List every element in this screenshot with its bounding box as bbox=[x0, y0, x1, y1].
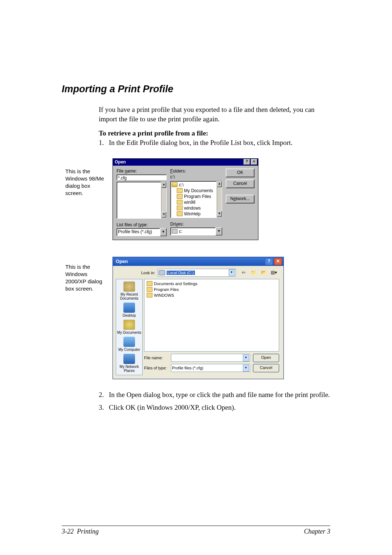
new-folder-icon[interactable]: 📂 bbox=[260, 269, 268, 277]
folder-tree[interactable]: c:\ My Documents Program Files win98 win… bbox=[170, 181, 217, 218]
step-2-number: 2. bbox=[99, 390, 109, 400]
filename-label: File name: bbox=[144, 356, 168, 360]
caption-line: screen. bbox=[65, 190, 113, 197]
place-my-documents[interactable]: My Documents bbox=[116, 319, 142, 335]
place-my-network[interactable]: My Network Places bbox=[116, 353, 142, 373]
procedure-subheading: To retrieve a print profile from a file: bbox=[99, 129, 330, 138]
lookin-value: Local Disk (C:) bbox=[167, 271, 195, 275]
chapter-label: Chapter 3 bbox=[304, 528, 330, 535]
chevron-down-icon[interactable]: ▼ bbox=[229, 269, 235, 276]
step-2: 2. In the Open dialog box, type or click… bbox=[99, 390, 330, 400]
folder-icon bbox=[177, 206, 183, 210]
filetype-value: Profile files (*.cfg) bbox=[117, 228, 160, 236]
open-dialog-win98: Open ? × File name: *.cfg ▲ bbox=[113, 158, 258, 240]
close-icon[interactable]: × bbox=[251, 159, 257, 165]
caption-line: Windows bbox=[65, 271, 113, 278]
folder-item[interactable]: win98 bbox=[177, 199, 215, 205]
list-item[interactable]: Documents and Settings bbox=[147, 281, 277, 287]
step-3-text: Click OK (in Windows 2000/XP, click Open… bbox=[109, 403, 330, 412]
my-network-icon bbox=[123, 354, 135, 364]
step-1-text: In the Edit Profile dialog box, in the P… bbox=[109, 138, 330, 147]
drive-icon bbox=[172, 229, 177, 234]
caption-line: dialog box bbox=[65, 182, 113, 190]
help-icon[interactable]: ? bbox=[244, 159, 250, 165]
open-dialog-winxp: Open ? ✕ Look in: Local Disk (C:) ▼ ⇦ 📁 bbox=[113, 257, 284, 379]
caption-line: 2000/XP dialog bbox=[65, 278, 113, 285]
folder-item[interactable]: My Documents bbox=[177, 188, 215, 194]
caption-winxp: This is the Windows 2000/XP dialog box s… bbox=[65, 257, 113, 293]
figure-winxp: This is the Windows 2000/XP dialog box s… bbox=[65, 257, 330, 379]
folder-icon bbox=[147, 293, 152, 297]
filename-input[interactable]: ▼ bbox=[171, 354, 250, 362]
up-folder-icon[interactable]: 📁 bbox=[250, 269, 258, 277]
scroll-up-icon[interactable]: ▲ bbox=[217, 181, 222, 187]
step-1: 1. In the Edit Profile dialog box, in th… bbox=[99, 138, 330, 147]
section-name: Printing bbox=[77, 528, 99, 535]
folders-label: Folders: bbox=[170, 169, 222, 174]
scrollbar[interactable]: ▲ ▼ bbox=[217, 181, 222, 217]
chevron-down-icon[interactable]: ▼ bbox=[160, 228, 167, 236]
close-icon[interactable]: ✕ bbox=[274, 258, 282, 265]
folder-icon bbox=[177, 188, 183, 193]
filetype-label: List files of type: bbox=[117, 222, 167, 227]
section-heading: Importing a Print Profile bbox=[62, 84, 330, 95]
ok-button[interactable]: OK bbox=[226, 169, 254, 177]
cancel-button[interactable]: Cancel bbox=[253, 364, 279, 372]
folder-root[interactable]: c:\ bbox=[172, 182, 215, 188]
desktop-icon bbox=[123, 303, 135, 313]
folder-item[interactable]: windows bbox=[177, 205, 215, 211]
page-number: 3-22 bbox=[62, 528, 74, 535]
file-list[interactable]: Documents and Settings Program Files WIN… bbox=[144, 279, 279, 352]
scroll-up-icon[interactable]: ▲ bbox=[162, 182, 166, 188]
place-my-computer[interactable]: My Computer bbox=[116, 336, 142, 352]
dialog-title: Open bbox=[116, 259, 128, 264]
place-desktop[interactable]: Desktop bbox=[116, 302, 142, 318]
filetype-combo[interactable]: Profile files (*.cfg) ▼ bbox=[117, 228, 167, 236]
folder-icon bbox=[177, 194, 183, 199]
scroll-down-icon[interactable]: ▼ bbox=[162, 212, 166, 218]
titlebar: Open ? × bbox=[113, 159, 258, 166]
filename-label: File name: bbox=[117, 169, 167, 174]
footer-rule bbox=[62, 526, 330, 526]
places-bar: My Recent Documents Desktop My Documents bbox=[116, 279, 143, 375]
recent-documents-icon bbox=[123, 281, 135, 292]
lookin-label: Look in: bbox=[141, 271, 155, 275]
folder-item[interactable]: Program Files bbox=[177, 194, 215, 199]
help-icon[interactable]: ? bbox=[265, 258, 273, 265]
place-recent[interactable]: My Recent Documents bbox=[116, 281, 142, 301]
chevron-down-icon[interactable]: ▼ bbox=[243, 365, 249, 372]
scrollbar[interactable]: ▲ ▼ bbox=[161, 182, 167, 218]
file-listbox[interactable] bbox=[117, 182, 161, 219]
caption-win98: This is the Windows 98/Me dialog box scr… bbox=[65, 158, 113, 197]
caption-line: box screen. bbox=[65, 285, 113, 292]
figure-win98: This is the Windows 98/Me dialog box scr… bbox=[65, 158, 330, 240]
filename-input[interactable]: *.cfg bbox=[117, 174, 167, 180]
titlebar: Open ? ✕ bbox=[113, 257, 283, 266]
chevron-down-icon[interactable]: ▼ bbox=[243, 355, 249, 361]
cancel-button[interactable]: Cancel bbox=[226, 179, 254, 188]
list-item[interactable]: WINDOWS bbox=[147, 292, 277, 298]
filetype-label: Files of type: bbox=[144, 366, 168, 370]
caption-line: Windows 98/Me bbox=[65, 175, 113, 182]
step-2-text: In the Open dialog box, type or click th… bbox=[109, 390, 330, 400]
caption-line: This is the bbox=[65, 263, 113, 271]
network-button[interactable]: Network... bbox=[226, 195, 254, 203]
lookin-combo[interactable]: Local Disk (C:) ▼ bbox=[158, 269, 236, 277]
filetype-value: Profile files (*.cfg) bbox=[172, 366, 203, 370]
step-3-number: 3. bbox=[99, 403, 109, 412]
folder-icon bbox=[177, 211, 183, 216]
folder-item[interactable]: WinHelp bbox=[177, 211, 215, 217]
list-item[interactable]: Program Files bbox=[147, 287, 277, 292]
scroll-down-icon[interactable]: ▼ bbox=[217, 211, 222, 217]
back-icon[interactable]: ⇦ bbox=[240, 269, 248, 277]
drives-combo[interactable]: c: ▼ bbox=[170, 227, 222, 235]
dialog-title: Open bbox=[115, 159, 126, 165]
folder-icon bbox=[147, 281, 152, 286]
my-computer-icon bbox=[123, 337, 135, 347]
filetype-combo[interactable]: Profile files (*.cfg) ▼ bbox=[171, 364, 250, 372]
chevron-down-icon[interactable]: ▼ bbox=[216, 227, 222, 235]
open-button[interactable]: Open bbox=[253, 354, 279, 362]
disk-icon bbox=[159, 270, 165, 275]
drives-value: c: bbox=[179, 229, 182, 234]
views-icon[interactable]: ▤▾ bbox=[270, 269, 278, 277]
